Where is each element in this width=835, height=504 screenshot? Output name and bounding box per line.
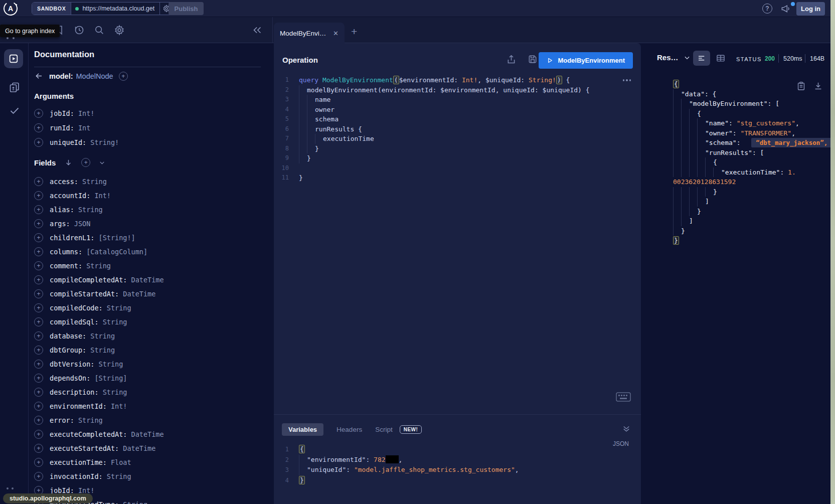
field-row[interactable]: +columns: [CatalogColumn]: [34, 245, 270, 259]
copy-response-button[interactable]: [796, 81, 806, 91]
apollo-logo[interactable]: A: [3, 1, 18, 16]
rail-item-schema[interactable]: [9, 81, 21, 93]
search-button[interactable]: [94, 25, 105, 36]
code-line[interactable]: 10: [274, 163, 641, 174]
add-to-query-icon[interactable]: +: [34, 346, 43, 355]
collapse-variables-button[interactable]: [622, 424, 631, 433]
add-all-fields-icon[interactable]: +: [81, 158, 90, 167]
add-to-query-icon[interactable]: +: [34, 233, 43, 242]
back-arrow-icon[interactable]: [34, 71, 44, 81]
add-to-query-icon[interactable]: +: [34, 138, 43, 147]
add-to-query-icon[interactable]: +: [34, 360, 43, 369]
response-table-view-button[interactable]: [716, 53, 726, 63]
field-row[interactable]: +accountId: Int!: [34, 189, 270, 203]
add-to-query-icon[interactable]: +: [34, 177, 43, 186]
model-type-link[interactable]: ModelNode: [76, 72, 113, 80]
share-operation-button[interactable]: [506, 54, 517, 65]
add-to-query-icon[interactable]: +: [34, 331, 43, 341]
chevron-down-icon[interactable]: [99, 159, 105, 166]
code-line[interactable]: 2modelByEnvironment(environmentId: $envi…: [274, 85, 641, 95]
field-row[interactable]: +compileCompletedAt: DateTime: [34, 273, 270, 287]
rail-more-icon[interactable]: [7, 487, 14, 489]
field-row[interactable]: +dbtVersion: String: [34, 357, 270, 371]
field-row[interactable]: +description: String: [34, 385, 270, 399]
code-line[interactable]: 6runResults {: [274, 124, 641, 134]
tab-variables[interactable]: Variables: [282, 423, 323, 436]
code-line[interactable]: 1query ModelByEnvironment($environmentId…: [274, 75, 641, 85]
close-tab-icon[interactable]: ✕: [333, 30, 339, 37]
variables-editor[interactable]: 1{2"environmentId": 782,3"uniqueId": "mo…: [274, 444, 641, 485]
field-row[interactable]: +dependsOn: [String]: [34, 371, 270, 385]
announcements-button[interactable]: [780, 4, 790, 14]
download-response-button[interactable]: [813, 81, 823, 91]
field-row[interactable]: +compiledSql: String: [34, 315, 270, 329]
settings-button[interactable]: [114, 25, 125, 36]
add-to-query-icon[interactable]: +: [34, 275, 43, 284]
rail-item-explorer[interactable]: [4, 49, 23, 68]
code-line[interactable]: 7executionTime: [274, 134, 641, 144]
save-operation-button[interactable]: [528, 54, 538, 64]
code-line[interactable]: 2"environmentId": 782,: [274, 455, 641, 465]
add-to-query-icon[interactable]: +: [34, 374, 43, 383]
add-to-query-icon[interactable]: +: [34, 289, 43, 298]
field-row[interactable]: +executeCompletedAt: DateTime: [34, 427, 270, 441]
add-model-to-query-icon[interactable]: +: [119, 72, 128, 81]
add-to-query-icon[interactable]: +: [34, 219, 43, 228]
add-to-query-icon[interactable]: +: [34, 109, 43, 118]
field-row[interactable]: +dbtGroup: String: [34, 343, 270, 357]
publish-button[interactable]: Publish: [169, 2, 204, 15]
code-line[interactable]: 4owner: [274, 105, 641, 115]
field-row[interactable]: +error: String: [34, 413, 270, 427]
new-tab-button[interactable]: +: [351, 26, 357, 38]
tab-script[interactable]: Script: [375, 426, 393, 433]
field-row[interactable]: +executionTime: Float: [34, 455, 270, 469]
argument-row[interactable]: +runId: Int: [34, 120, 270, 135]
login-button[interactable]: Log in: [796, 2, 825, 16]
field-row[interactable]: +alias: String: [34, 203, 270, 217]
add-to-query-icon[interactable]: +: [34, 458, 43, 467]
field-row[interactable]: +database: String: [34, 329, 270, 343]
field-row[interactable]: +compiledCode: String: [34, 301, 270, 315]
code-line[interactable]: 5schema: [274, 114, 641, 124]
rail-item-checks[interactable]: [9, 104, 21, 116]
help-button[interactable]: ?: [762, 4, 772, 14]
tab-operation[interactable]: ModelByEnvi… ✕: [274, 23, 345, 44]
code-line[interactable]: 4}: [274, 475, 641, 486]
argument-row[interactable]: +uniqueId: String!: [34, 135, 270, 149]
code-line[interactable]: 3"uniqueId": "model.jaffle_shop_metrics.…: [274, 465, 641, 475]
field-row[interactable]: +environmentId: Int!: [34, 399, 270, 413]
add-to-query-icon[interactable]: +: [34, 303, 43, 312]
code-line[interactable]: 1{: [274, 444, 641, 455]
field-row[interactable]: +args: JSON: [34, 217, 270, 231]
field-row[interactable]: +invocationId: String: [34, 469, 270, 483]
response-text-view-button[interactable]: [693, 51, 710, 66]
collapse-panel-button[interactable]: [252, 25, 263, 36]
add-to-query-icon[interactable]: +: [34, 444, 43, 453]
add-to-query-icon[interactable]: +: [34, 472, 43, 481]
field-row[interactable]: +access: String: [34, 175, 270, 189]
keyboard-shortcuts-icon[interactable]: [616, 392, 631, 402]
history-button[interactable]: [74, 25, 85, 36]
operation-editor[interactable]: 1query ModelByEnvironment($environmentId…: [274, 75, 641, 183]
add-to-query-icon[interactable]: +: [34, 402, 43, 411]
add-to-query-icon[interactable]: +: [34, 123, 43, 132]
add-to-query-icon[interactable]: +: [34, 191, 43, 200]
argument-row[interactable]: +jobId: Int!: [34, 106, 270, 120]
field-row[interactable]: +compileStartedAt: DateTime: [34, 287, 270, 301]
code-line[interactable]: 9}: [274, 153, 641, 163]
add-to-query-icon[interactable]: +: [34, 205, 43, 214]
add-to-query-icon[interactable]: +: [34, 317, 43, 326]
run-operation-button[interactable]: ModelByEnvironment: [539, 52, 633, 69]
add-to-query-icon[interactable]: +: [34, 247, 43, 256]
field-row[interactable]: +childrenL1: [String!]: [34, 231, 270, 245]
window-scrollbar[interactable]: [830, 0, 835, 504]
tab-headers[interactable]: Headers: [337, 426, 362, 433]
code-line[interactable]: 11}: [274, 173, 641, 183]
endpoint-url-input[interactable]: https://metadata.cloud.get: [71, 3, 159, 15]
field-row[interactable]: +comment: String: [34, 259, 270, 273]
code-line[interactable]: 3name: [274, 95, 641, 105]
add-to-query-icon[interactable]: +: [34, 430, 43, 439]
field-row[interactable]: +executeStartedAt: DateTime: [34, 441, 270, 455]
response-dropdown[interactable]: Res…: [657, 53, 691, 62]
add-to-query-icon[interactable]: +: [34, 261, 43, 270]
